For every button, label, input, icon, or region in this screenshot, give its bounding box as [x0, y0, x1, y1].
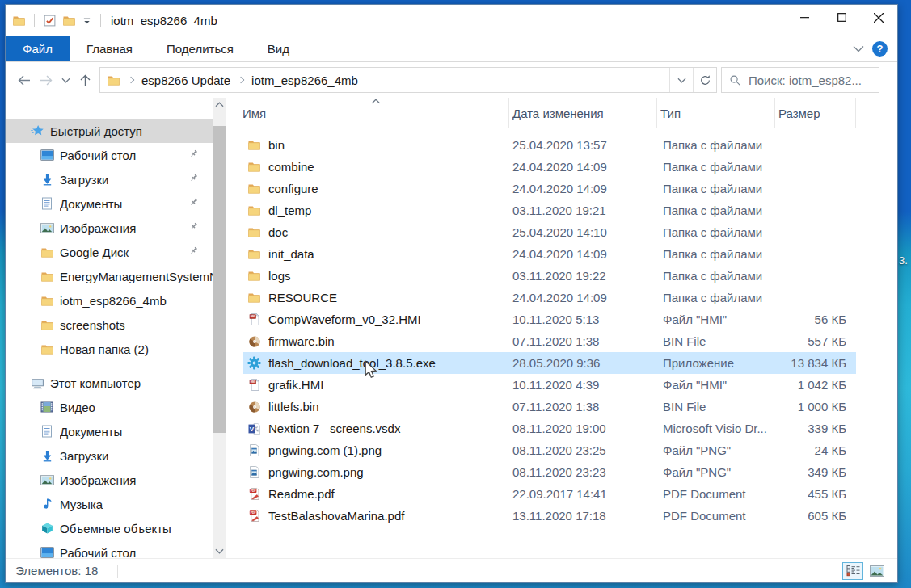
file-row[interactable]: logs 03.11.2020 19:22 Папка с файлами [243, 265, 856, 287]
file-row[interactable]: RESOURCE 24.04.2020 14:09 Папка с файлам… [243, 287, 856, 309]
forward-button[interactable] [35, 68, 57, 92]
file-row[interactable]: dl_temp 03.11.2020 19:21 Папка с файлами [243, 200, 856, 221]
tab-share[interactable]: Поделиться [150, 36, 251, 61]
file-name-cell[interactable]: logs [243, 269, 509, 283]
file-type: Файл "PNG" [657, 443, 775, 457]
breadcrumb-iotm-esp8266-4mb[interactable]: iotm_esp8266_4mb [247, 74, 363, 87]
address-dropdown-button[interactable] [669, 68, 693, 92]
file-row[interactable]: init_data 24.04.2020 14:09 Папка с файла… [243, 243, 856, 265]
file-row[interactable]: pngwing.com.png 08.11.2020 23:23 Файл "P… [243, 461, 856, 483]
file-row[interactable]: V Nextion 7_ screens.vsdx 08.11.2020 19:… [243, 418, 856, 439]
column-header-date[interactable]: Дата изменения [509, 98, 657, 128]
file-type: PDF Document [657, 509, 775, 523]
sidebar-item[interactable]: Музыка [6, 492, 213, 516]
address-bar[interactable]: esp8266 Update iotm_esp8266_4mb [99, 67, 717, 93]
file-name-cell[interactable]: pngwing.com.png [243, 465, 509, 479]
refresh-button[interactable] [693, 68, 716, 92]
sidebar-scrollbar[interactable] [213, 98, 226, 558]
file-name-cell[interactable]: doc [243, 225, 509, 239]
scrollbar-down-button[interactable] [213, 544, 226, 558]
sidebar-item[interactable]: Быстрый доступ [6, 119, 213, 143]
file-row[interactable]: bin 25.04.2020 13:57 Папка с файлами [243, 134, 856, 156]
back-button[interactable] [12, 68, 35, 92]
sidebar-item[interactable]: Загрузки [6, 443, 213, 468]
file-row[interactable]: PDF Readme.pdf 22.09.2017 14:41 PDF Docu… [243, 483, 856, 505]
file-name-cell[interactable]: firmware.bin [243, 334, 509, 348]
file-date: 25.04.2020 13:57 [509, 138, 657, 152]
properties-checkbox-icon[interactable] [43, 14, 57, 27]
file-name-cell[interactable]: littlefs.bin [243, 400, 509, 414]
customize-quick-access-dropdown-icon[interactable] [82, 15, 92, 26]
scrollbar-thumb[interactable] [213, 126, 226, 433]
file-row[interactable]: firmware.bin 07.11.2020 1:38 BIN File 55… [243, 330, 856, 352]
file-name-cell[interactable]: RESOURCE [243, 291, 509, 304]
file-name-cell[interactable]: bin [243, 138, 509, 152]
sidebar-item[interactable]: EnergyManagementSystemN [6, 264, 213, 288]
help-icon[interactable]: ? [872, 41, 888, 57]
column-header-size[interactable]: Размер [775, 98, 856, 128]
sidebar-item[interactable]: Видео [6, 395, 213, 419]
file-name: grafik.HMI [268, 378, 323, 392]
file-row[interactable]: littlefs.bin 07.11.2020 1:38 BIN File 1 … [243, 396, 856, 418]
column-header-type[interactable]: Тип [657, 98, 775, 128]
tab-home[interactable]: Главная [70, 36, 150, 61]
new-folder-icon[interactable] [62, 15, 76, 27]
sidebar-item[interactable]: Рабочий стол [6, 540, 213, 558]
file-row[interactable]: HMI grafik.HMI 10.11.2020 4:39 Файл "HMI… [243, 374, 856, 396]
file-type: Файл "PNG" [657, 465, 775, 479]
sidebar-item[interactable]: Загрузки [6, 167, 213, 191]
file-name-cell[interactable]: pngwing.com (1).png [243, 443, 509, 457]
sidebar-item[interactable]: iotm_esp8266_4mb [6, 288, 213, 313]
file-name-cell[interactable]: PDF Readme.pdf [243, 487, 509, 501]
minimize-button[interactable] [786, 5, 823, 30]
file-name-cell[interactable]: flash_download_tool_3.8.5.exe [243, 356, 509, 370]
sidebar-item[interactable]: Изображения [6, 216, 213, 240]
recent-locations-button[interactable] [57, 68, 74, 92]
scrollbar-up-button[interactable] [213, 98, 226, 111]
folder-icon [247, 270, 261, 282]
expand-ribbon-chevron-icon[interactable] [853, 45, 864, 52]
file-row[interactable]: PDF TestBalashovaMarina.pdf 13.11.2020 1… [243, 505, 856, 527]
file-name-cell[interactable]: V Nextion 7_ screens.vsdx [243, 422, 509, 435]
details-view-button[interactable] [842, 562, 863, 580]
sidebar-item[interactable]: Этот компьютер [6, 371, 213, 395]
up-button[interactable] [74, 68, 96, 92]
file-row[interactable]: configure 24.04.2020 14:09 Папка с файла… [243, 178, 856, 200]
sidebar-item[interactable]: Изображения [6, 468, 213, 492]
tab-file[interactable]: Файл [6, 36, 70, 61]
sidebar-item-label: EnergyManagementSystemN [60, 270, 213, 284]
sidebar-item[interactable]: Новая папка (2) [6, 337, 213, 361]
file-date: 08.11.2020 23:23 [509, 465, 657, 479]
file-name-cell[interactable]: combine [243, 160, 509, 174]
folder-icon [247, 139, 261, 151]
sidebar-item[interactable]: Google Диск [6, 240, 213, 264]
maximize-button[interactable] [823, 5, 860, 30]
file-name: firmware.bin [268, 334, 335, 348]
close-button[interactable] [860, 5, 897, 30]
title-bar[interactable]: iotm_esp8266_4mb [6, 5, 897, 36]
breadcrumb-esp8266-update[interactable]: esp8266 Update [137, 74, 235, 87]
sidebar-item[interactable]: screenshots [6, 313, 213, 337]
file-name-cell[interactable]: PDF TestBalashovaMarina.pdf [243, 509, 509, 523]
file-name-cell[interactable]: init_data [243, 247, 509, 261]
file-name-cell[interactable]: dl_temp [243, 204, 509, 217]
file-row[interactable]: pngwing.com (1).png 08.11.2020 23:25 Фай… [243, 439, 856, 461]
file-name-cell[interactable]: HMI CompWaveform_v0_32.HMI [243, 313, 509, 326]
chevron-down-icon [215, 548, 224, 554]
sidebar-item[interactable]: Объемные объекты [6, 516, 213, 540]
thumbnails-view-button[interactable] [867, 562, 888, 580]
file-name: bin [268, 138, 285, 152]
sidebar-item[interactable]: Документы [6, 419, 213, 443]
file-row[interactable]: HMI CompWaveform_v0_32.HMI 10.11.2020 5:… [243, 309, 856, 330]
search-box[interactable]: Поиск: iotm_esp82... [721, 67, 879, 93]
file-row[interactable]: combine 24.04.2020 14:09 Папка с файлами [243, 156, 856, 178]
file-row[interactable]: doc 25.04.2020 14:10 Папка с файлами [243, 221, 856, 243]
file-row[interactable]: flash_download_tool_3.8.5.exe 28.05.2020… [243, 352, 856, 374]
column-header-name[interactable]: Имя [243, 98, 509, 128]
file-name-cell[interactable]: HMI grafik.HMI [243, 378, 509, 392]
sidebar-item[interactable]: Документы [6, 191, 213, 216]
tab-view[interactable]: Вид [251, 36, 306, 61]
sidebar-item[interactable]: Рабочий стол [6, 143, 213, 167]
file-name-cell[interactable]: configure [243, 182, 509, 195]
scrollbar-track[interactable] [213, 111, 226, 544]
